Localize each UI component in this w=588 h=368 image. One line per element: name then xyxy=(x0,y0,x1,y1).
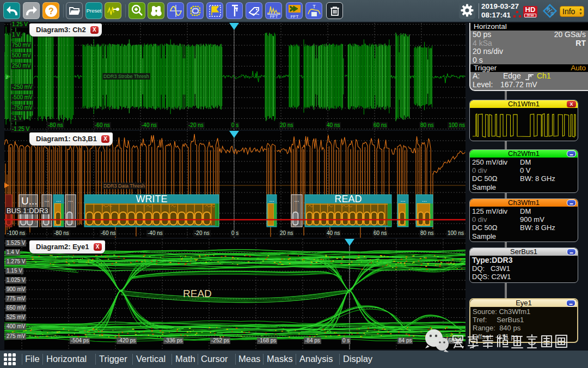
svg-text:FFT: FFT xyxy=(290,14,298,19)
svg-text:...: ... xyxy=(68,196,73,203)
svg-text:...: ... xyxy=(294,196,299,203)
svg-text:2: 2 xyxy=(6,75,9,80)
svg-text:S: S xyxy=(550,11,554,16)
svg-text:U...: U... xyxy=(21,195,38,207)
svg-text:...: ... xyxy=(56,196,61,203)
svg-text:...: ... xyxy=(44,196,49,203)
svg-text:T: T xyxy=(313,4,316,9)
svg-text:...: ... xyxy=(269,196,274,203)
svg-text:WRITE: WRITE xyxy=(136,194,168,204)
svg-text:?: ? xyxy=(48,7,54,16)
svg-text:FFT: FFT xyxy=(270,14,278,19)
svg-text:...: ... xyxy=(422,196,427,203)
svg-text:READ: READ xyxy=(334,194,362,204)
svg-text:...: ... xyxy=(400,196,405,203)
